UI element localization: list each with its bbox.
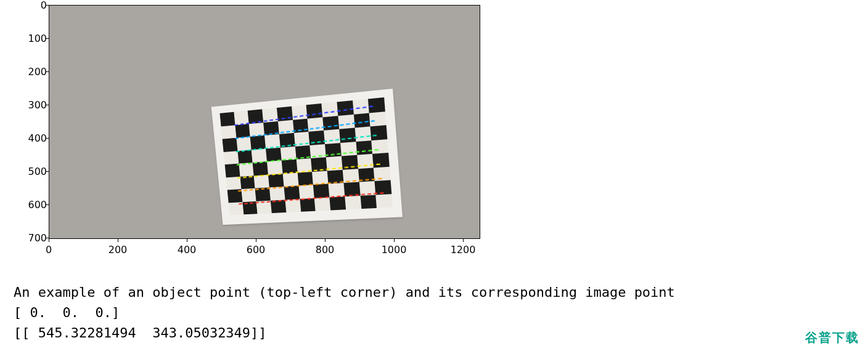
output-object-point: [ 0. 0. 0.] bbox=[14, 305, 120, 320]
y-tick-label: 200 bbox=[16, 66, 47, 78]
output-image-point: [[ 545.32281494 343.05032349]] bbox=[14, 325, 267, 341]
watermark-text: 谷普下载 bbox=[805, 329, 859, 346]
matplotlib-figure: 0 100 200 300 400 500 600 700 0 200 400 … bbox=[12, 0, 487, 265]
y-tick-label: 600 bbox=[16, 199, 47, 211]
output-text: An example of an object point (top-left … bbox=[14, 282, 675, 343]
x-tick-label: 400 bbox=[171, 244, 202, 256]
y-tick-label: 0 bbox=[16, 0, 47, 11]
x-tick-label: 1200 bbox=[448, 244, 478, 256]
y-tick-label: 400 bbox=[16, 132, 47, 144]
plot-area bbox=[49, 5, 480, 239]
x-tick-label: 1000 bbox=[379, 244, 409, 256]
output-caption: An example of an object point (top-left … bbox=[14, 284, 675, 300]
y-tick-label: 100 bbox=[16, 33, 47, 44]
x-tick-label: 0 bbox=[33, 244, 64, 256]
x-tick-label: 800 bbox=[309, 244, 340, 256]
checkerboard-paper bbox=[211, 89, 403, 225]
y-tick-label: 700 bbox=[16, 232, 47, 244]
x-tick-label: 600 bbox=[240, 244, 271, 256]
y-tick-label: 500 bbox=[16, 166, 47, 177]
x-tick-label: 200 bbox=[102, 244, 133, 256]
y-tick-label: 300 bbox=[16, 99, 47, 111]
